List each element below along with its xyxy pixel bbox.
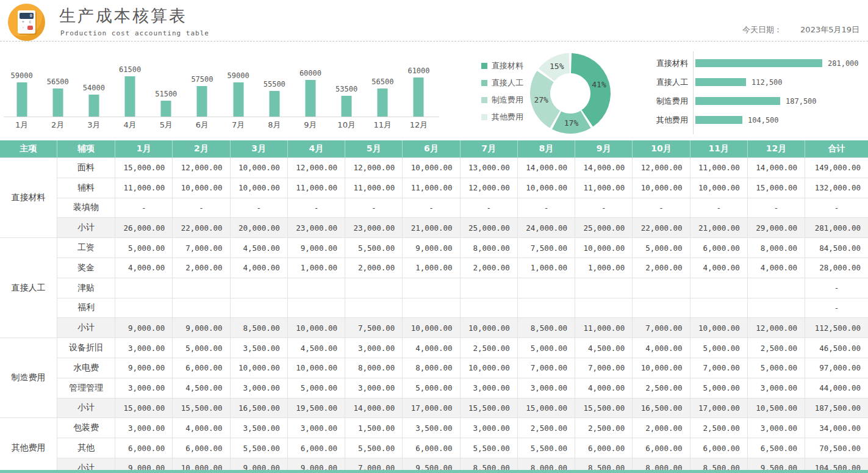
row-label-cell[interactable]: 其他 — [57, 438, 115, 458]
value-cell[interactable]: 3,000.00 — [460, 378, 517, 398]
value-cell[interactable]: 10,000.00 — [287, 318, 345, 338]
value-cell[interactable]: 6,000.00 — [115, 438, 173, 458]
value-cell[interactable]: 187,500.00 — [805, 398, 868, 418]
column-header-10月[interactable]: 10月 — [633, 140, 690, 158]
value-cell[interactable]: 16,500.00 — [633, 398, 690, 418]
value-cell[interactable]: 5,000.00 — [690, 378, 747, 398]
value-cell[interactable]: 15,500.00 — [575, 398, 633, 418]
value-cell[interactable]: 8,500.00 — [517, 318, 575, 338]
value-cell[interactable]: 12,000.00 — [287, 158, 345, 178]
value-cell[interactable]: 2,000.00 — [633, 258, 690, 278]
value-cell[interactable]: 7,000.00 — [173, 238, 230, 258]
value-cell[interactable]: 10,000.00 — [690, 178, 747, 198]
value-cell[interactable]: 2,000.00 — [173, 258, 230, 278]
value-cell[interactable]: 15,000.00 — [115, 158, 173, 178]
value-cell[interactable]: 84,500.00 — [805, 238, 868, 258]
value-cell[interactable] — [690, 278, 747, 298]
value-cell[interactable]: 3,000.00 — [345, 378, 403, 398]
value-cell[interactable]: 4,000.00 — [173, 418, 230, 438]
value-cell[interactable] — [517, 278, 575, 298]
monthly-bar-chart[interactable]: 590001月565002月540003月615004月515005月57500… — [4, 50, 437, 131]
value-cell[interactable]: 6,000.00 — [403, 438, 460, 458]
row-label-cell[interactable]: 管理管理 — [57, 378, 115, 398]
value-cell[interactable]: - — [747, 198, 805, 218]
value-cell[interactable]: 2,500.00 — [633, 378, 690, 398]
value-cell[interactable]: 10,000.00 — [403, 158, 460, 178]
value-cell[interactable]: 23,000.00 — [345, 218, 403, 238]
value-cell[interactable]: 4,000.00 — [403, 338, 460, 358]
value-cell[interactable]: - — [460, 198, 517, 218]
value-cell[interactable]: 10,000.00 — [633, 178, 690, 198]
value-cell[interactable]: 97,000.00 — [805, 358, 868, 378]
value-cell[interactable]: 10,000.00 — [173, 178, 230, 198]
value-cell[interactable] — [747, 278, 805, 298]
value-cell[interactable]: 9,000.00 — [115, 318, 173, 338]
value-cell[interactable]: 3,000.00 — [115, 338, 173, 358]
value-cell[interactable]: - — [173, 198, 230, 218]
value-cell[interactable]: 4,000.00 — [690, 258, 747, 278]
value-cell[interactable]: 7,000.00 — [575, 358, 633, 378]
value-cell[interactable]: 11,000.00 — [115, 178, 173, 198]
value-cell[interactable] — [690, 298, 747, 318]
value-cell[interactable]: - — [805, 198, 868, 218]
column-header-4月[interactable]: 4月 — [287, 140, 345, 158]
value-cell[interactable]: 2,000.00 — [460, 258, 517, 278]
value-cell[interactable] — [287, 298, 345, 318]
value-cell[interactable]: 8,500.00 — [230, 318, 287, 338]
value-cell[interactable]: 21,000.00 — [690, 218, 747, 238]
column-header-9月[interactable]: 9月 — [575, 140, 633, 158]
value-cell[interactable]: 10,000.00 — [460, 318, 517, 338]
value-cell[interactable]: 7,000.00 — [517, 358, 575, 378]
value-cell[interactable]: 1,000.00 — [575, 258, 633, 278]
value-cell[interactable]: 16,500.00 — [230, 398, 287, 418]
cost-table[interactable]: 主项辅项1月2月3月4月5月6月7月8月9月10月11月12月合计 直接材料面料… — [0, 140, 868, 473]
value-cell[interactable] — [747, 298, 805, 318]
value-cell[interactable]: 5,000.00 — [690, 338, 747, 358]
value-cell[interactable] — [575, 278, 633, 298]
value-cell[interactable]: 6,000.00 — [287, 438, 345, 458]
value-cell[interactable]: 10,000.00 — [517, 178, 575, 198]
value-cell[interactable]: 3,500.00 — [403, 418, 460, 438]
value-cell[interactable]: - — [633, 198, 690, 218]
value-cell[interactable]: 6,000.00 — [633, 438, 690, 458]
value-cell[interactable]: 2,500.00 — [460, 338, 517, 358]
value-cell[interactable]: 1,000.00 — [403, 258, 460, 278]
value-cell[interactable]: - — [115, 198, 173, 218]
value-cell[interactable]: - — [575, 198, 633, 218]
value-cell[interactable] — [575, 298, 633, 318]
value-cell[interactable]: 12,000.00 — [747, 318, 805, 338]
value-cell[interactable]: 46,500.00 — [805, 338, 868, 358]
row-label-cell[interactable]: 装填物 — [57, 198, 115, 218]
value-cell[interactable]: - — [517, 198, 575, 218]
value-cell[interactable]: 25,000.00 — [460, 218, 517, 238]
value-cell[interactable] — [173, 278, 230, 298]
value-cell[interactable]: 24,000.00 — [517, 218, 575, 238]
value-cell[interactable] — [460, 298, 517, 318]
value-cell[interactable]: 4,500.00 — [287, 338, 345, 358]
value-cell[interactable]: 3,000.00 — [115, 378, 173, 398]
group-cell-制造费用[interactable]: 制造费用 — [0, 338, 57, 418]
value-cell[interactable]: 12,000.00 — [460, 178, 517, 198]
value-cell[interactable] — [345, 298, 403, 318]
value-cell[interactable]: 10,000.00 — [403, 318, 460, 338]
column-header-3月[interactable]: 3月 — [230, 140, 287, 158]
value-cell[interactable]: 3,000.00 — [345, 338, 403, 358]
value-cell[interactable]: 6,000.00 — [173, 438, 230, 458]
value-cell[interactable]: 5,000.00 — [747, 358, 805, 378]
value-cell[interactable]: 44,000.00 — [805, 378, 868, 398]
row-label-cell[interactable]: 水电费 — [57, 358, 115, 378]
value-cell[interactable]: 70,500.00 — [805, 438, 868, 458]
value-cell[interactable]: 5,000.00 — [633, 238, 690, 258]
value-cell[interactable]: 10,000.00 — [230, 158, 287, 178]
value-cell[interactable]: 23,000.00 — [287, 218, 345, 238]
value-cell[interactable]: 10,000.00 — [575, 238, 633, 258]
row-label-cell[interactable]: 设备折旧 — [57, 338, 115, 358]
value-cell[interactable] — [115, 298, 173, 318]
value-cell[interactable]: 20,000.00 — [230, 218, 287, 238]
value-cell[interactable] — [403, 278, 460, 298]
value-cell[interactable]: 14,000.00 — [575, 158, 633, 178]
column-header-11月[interactable]: 11月 — [690, 140, 747, 158]
row-label-cell[interactable]: 津贴 — [57, 278, 115, 298]
value-cell[interactable] — [230, 278, 287, 298]
value-cell[interactable]: 8,000.00 — [747, 238, 805, 258]
